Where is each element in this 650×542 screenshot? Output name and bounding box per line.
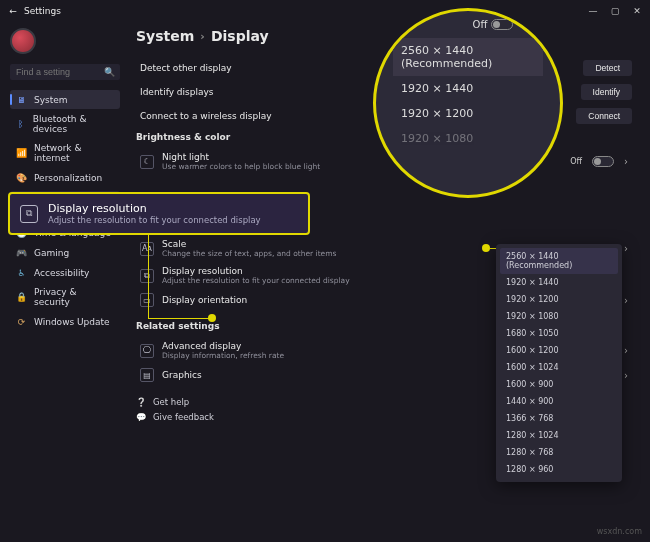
link-label: Get help: [153, 397, 189, 407]
resolution-icon: ⧉: [20, 205, 38, 223]
lens-option[interactable]: 1920 × 1440: [393, 76, 543, 101]
sidebar-item-network[interactable]: 📶Network & internet: [10, 139, 120, 167]
connect-button[interactable]: Connect: [576, 108, 632, 124]
resolution-option[interactable]: 1600 × 1200: [500, 342, 618, 359]
resolution-option[interactable]: 1920 × 1080: [500, 308, 618, 325]
sidebar-item-gaming[interactable]: 🎮Gaming: [10, 243, 120, 262]
breadcrumb-page: Display: [211, 28, 269, 44]
detect-button[interactable]: Detect: [583, 60, 632, 76]
back-icon[interactable]: ←: [8, 6, 18, 16]
bluetooth-icon: ᛒ: [16, 119, 26, 130]
sidebar-item-bluetooth[interactable]: ᛒBluetooth & devices: [10, 110, 120, 138]
row-label: Display orientation: [162, 295, 247, 305]
callout-title: Display resolution: [48, 202, 261, 215]
sidebar-item-label: System: [34, 95, 68, 105]
annotation-dot: [208, 314, 216, 322]
row-label: Graphics: [162, 370, 202, 380]
breadcrumb: System › Display: [136, 28, 636, 44]
content-pane: ⧉ Display resolution Adjust the resoluti…: [128, 22, 650, 542]
row-desc: Use warmer colors to help block blue lig…: [162, 162, 320, 171]
resolution-dropdown[interactable]: 2560 × 1440 (Recommended) 1920 × 1440 19…: [496, 244, 622, 482]
resolution-option[interactable]: 1280 × 1024: [500, 427, 618, 444]
advanced-display-icon: 🖵: [140, 344, 154, 358]
help-icon: ❔: [136, 396, 147, 407]
sidebar-item-system[interactable]: 🖥System: [10, 90, 120, 109]
resolution-option[interactable]: 1280 × 960: [500, 461, 618, 478]
window-title: Settings: [24, 6, 61, 16]
orientation-icon: ▭: [140, 293, 154, 307]
search-icon: 🔍: [104, 67, 115, 77]
resolution-icon: ⧉: [140, 269, 154, 283]
row-label: Night light: [162, 152, 320, 162]
sidebar-item-label: Bluetooth & devices: [33, 114, 114, 134]
resolution-option[interactable]: 1440 × 900: [500, 393, 618, 410]
resolution-option[interactable]: 1600 × 1024: [500, 359, 618, 376]
toggle-label: Off: [570, 157, 582, 166]
resolution-option[interactable]: 1680 × 1050: [500, 325, 618, 342]
row-label: Display resolution: [162, 266, 350, 276]
search-input[interactable]: [16, 67, 104, 77]
row-desc: Adjust the resolution to fit your connec…: [162, 276, 350, 285]
graphics-icon: ▤: [140, 368, 154, 382]
sidebar-item-label: Network & internet: [34, 143, 114, 163]
annotation-line: [148, 318, 212, 319]
lens-option[interactable]: 1920 × 1200: [393, 101, 543, 126]
avatar[interactable]: [10, 28, 36, 54]
sidebar-item-label: Personalization: [34, 173, 102, 183]
row-desc: Display information, refresh rate: [162, 351, 284, 360]
zoom-lens: Off 2560 × 1440 (Recommended) 1920 × 144…: [373, 8, 563, 198]
resolution-option[interactable]: 1920 × 1200: [500, 291, 618, 308]
sidebar-item-personalization[interactable]: 🎨Personalization: [10, 168, 120, 187]
sidebar: 🔍 🖥System ᛒBluetooth & devices 📶Network …: [0, 22, 128, 542]
resolution-option[interactable]: 1920 × 1440: [500, 274, 618, 291]
update-icon: ⟳: [16, 316, 27, 327]
resolution-option[interactable]: 1280 × 768: [500, 444, 618, 461]
lens-off-toggle: Off: [473, 19, 514, 30]
sidebar-item-label: Gaming: [34, 248, 69, 258]
sidebar-item-update[interactable]: ⟳Windows Update: [10, 312, 120, 331]
sidebar-item-label: Windows Update: [34, 317, 110, 327]
minimize-button[interactable]: —: [588, 6, 598, 16]
annotation-dot: [482, 244, 490, 252]
display-resolution-callout: ⧉ Display resolution Adjust the resoluti…: [8, 192, 310, 235]
close-button[interactable]: ✕: [632, 6, 642, 16]
resolution-option[interactable]: 2560 × 1440 (Recommended): [500, 248, 618, 274]
maximize-button[interactable]: ▢: [610, 6, 620, 16]
chevron-right-icon: ›: [200, 30, 205, 43]
gaming-icon: 🎮: [16, 247, 27, 258]
row-label: Detect other display: [140, 63, 232, 73]
row-label: Advanced display: [162, 341, 284, 351]
identify-button[interactable]: Identify: [581, 84, 632, 100]
watermark: wsxdn.com: [597, 527, 642, 536]
accessibility-icon: ♿: [16, 267, 27, 278]
row-label: Identify displays: [140, 87, 213, 97]
lens-option[interactable]: 1920 × 1080: [393, 126, 543, 151]
chevron-right-icon[interactable]: ›: [620, 156, 632, 167]
resolution-option[interactable]: 1366 × 768: [500, 410, 618, 427]
toggle-icon: [491, 19, 513, 30]
resolution-option[interactable]: 1600 × 900: [500, 376, 618, 393]
row-label: Connect to a wireless display: [140, 111, 271, 121]
callout-desc: Adjust the resolution to fit your connec…: [48, 215, 261, 225]
row-label: Scale: [162, 239, 336, 249]
sidebar-item-accessibility[interactable]: ♿Accessibility: [10, 263, 120, 282]
search-box[interactable]: 🔍: [10, 64, 120, 80]
night-light-icon: ☾: [140, 155, 154, 169]
personalization-icon: 🎨: [16, 172, 27, 183]
scale-icon: Aᴀ: [140, 242, 154, 256]
system-icon: 🖥: [16, 94, 27, 105]
network-icon: 📶: [16, 148, 27, 159]
lens-option[interactable]: 2560 × 1440 (Recommended): [393, 38, 543, 76]
annotation-line: [148, 228, 149, 318]
sidebar-item-label: Accessibility: [34, 268, 89, 278]
sidebar-item-privacy[interactable]: 🔒Privacy & security: [10, 283, 120, 311]
sidebar-item-label: Privacy & security: [34, 287, 114, 307]
breadcrumb-root[interactable]: System: [136, 28, 194, 44]
feedback-icon: 💬: [136, 411, 147, 422]
link-label: Give feedback: [153, 412, 214, 422]
lens-options: 2560 × 1440 (Recommended) 1920 × 1440 19…: [393, 38, 543, 151]
night-light-toggle[interactable]: [592, 156, 614, 167]
row-desc: Change the size of text, apps, and other…: [162, 249, 336, 258]
title-bar: ← Settings — ▢ ✕: [0, 0, 650, 22]
privacy-icon: 🔒: [16, 292, 27, 303]
